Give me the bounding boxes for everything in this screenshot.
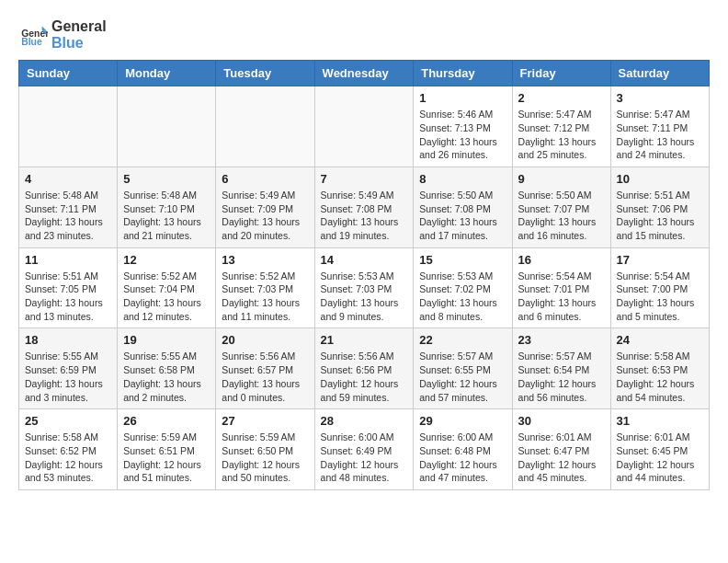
calendar-cell: 14Sunrise: 5:53 AM Sunset: 7:03 PM Dayli…: [314, 247, 414, 328]
day-info: Sunrise: 5:57 AM Sunset: 6:55 PM Dayligh…: [419, 350, 506, 404]
calendar-cell: 8Sunrise: 5:50 AM Sunset: 7:08 PM Daylig…: [414, 167, 512, 247]
calendar-cell: 20Sunrise: 5:56 AM Sunset: 6:57 PM Dayli…: [216, 328, 314, 409]
day-info: Sunrise: 5:53 AM Sunset: 7:03 PM Dayligh…: [321, 270, 408, 324]
calendar-week-2: 4Sunrise: 5:48 AM Sunset: 7:11 PM Daylig…: [19, 167, 710, 247]
day-number: 29: [419, 414, 506, 428]
calendar-cell: 19Sunrise: 5:55 AM Sunset: 6:58 PM Dayli…: [118, 328, 216, 409]
calendar-cell: [216, 86, 314, 167]
day-number: 21: [321, 333, 408, 347]
calendar-week-3: 11Sunrise: 5:51 AM Sunset: 7:05 PM Dayli…: [19, 247, 710, 328]
calendar-cell: 31Sunrise: 6:01 AM Sunset: 6:45 PM Dayli…: [610, 409, 709, 490]
day-info: Sunrise: 5:54 AM Sunset: 7:01 PM Dayligh…: [518, 270, 605, 324]
day-number: 31: [617, 414, 703, 428]
calendar-cell: 17Sunrise: 5:54 AM Sunset: 7:00 PM Dayli…: [610, 247, 709, 328]
header-thursday: Thursday: [414, 61, 512, 86]
day-number: 7: [321, 172, 408, 186]
day-info: Sunrise: 5:59 AM Sunset: 6:50 PM Dayligh…: [222, 431, 308, 485]
calendar-cell: 2Sunrise: 5:47 AM Sunset: 7:12 PM Daylig…: [512, 86, 610, 167]
day-number: 22: [419, 333, 506, 347]
day-number: 23: [518, 333, 605, 347]
svg-text:Blue: Blue: [21, 37, 42, 47]
calendar-cell: 18Sunrise: 5:55 AM Sunset: 6:59 PM Dayli…: [19, 328, 118, 409]
day-number: 9: [518, 172, 605, 186]
day-info: Sunrise: 5:48 AM Sunset: 7:11 PM Dayligh…: [25, 189, 111, 243]
day-info: Sunrise: 5:49 AM Sunset: 7:08 PM Dayligh…: [321, 189, 408, 243]
day-info: Sunrise: 5:50 AM Sunset: 7:07 PM Dayligh…: [518, 189, 605, 243]
day-number: 28: [321, 414, 408, 428]
day-info: Sunrise: 5:52 AM Sunset: 7:04 PM Dayligh…: [123, 270, 210, 324]
logo-text: General Blue: [51, 18, 107, 51]
calendar-week-5: 25Sunrise: 5:58 AM Sunset: 6:52 PM Dayli…: [19, 409, 710, 490]
day-number: 14: [321, 253, 408, 267]
calendar-cell: 27Sunrise: 5:59 AM Sunset: 6:50 PM Dayli…: [216, 409, 314, 490]
header-monday: Monday: [118, 61, 216, 86]
day-info: Sunrise: 5:47 AM Sunset: 7:11 PM Dayligh…: [617, 108, 703, 162]
calendar-cell: 1Sunrise: 5:46 AM Sunset: 7:13 PM Daylig…: [414, 86, 512, 167]
calendar-cell: 11Sunrise: 5:51 AM Sunset: 7:05 PM Dayli…: [19, 247, 118, 328]
calendar-cell: 5Sunrise: 5:48 AM Sunset: 7:10 PM Daylig…: [118, 167, 216, 247]
calendar-cell: 3Sunrise: 5:47 AM Sunset: 7:11 PM Daylig…: [610, 86, 709, 167]
calendar-cell: 26Sunrise: 5:59 AM Sunset: 6:51 PM Dayli…: [118, 409, 216, 490]
logo: General Blue General Blue: [18, 18, 107, 51]
day-number: 12: [123, 253, 210, 267]
calendar-cell: 30Sunrise: 6:01 AM Sunset: 6:47 PM Dayli…: [512, 409, 610, 490]
calendar-header-row: SundayMondayTuesdayWednesdayThursdayFrid…: [19, 61, 710, 86]
day-info: Sunrise: 5:46 AM Sunset: 7:13 PM Dayligh…: [419, 108, 506, 162]
calendar-cell: 7Sunrise: 5:49 AM Sunset: 7:08 PM Daylig…: [314, 167, 414, 247]
day-info: Sunrise: 5:55 AM Sunset: 6:58 PM Dayligh…: [123, 350, 210, 404]
day-number: 1: [419, 91, 506, 105]
day-number: 11: [25, 253, 111, 267]
calendar-cell: 23Sunrise: 5:57 AM Sunset: 6:54 PM Dayli…: [512, 328, 610, 409]
calendar-cell: 6Sunrise: 5:49 AM Sunset: 7:09 PM Daylig…: [216, 167, 314, 247]
day-number: 3: [617, 91, 703, 105]
day-info: Sunrise: 5:51 AM Sunset: 7:05 PM Dayligh…: [25, 270, 111, 324]
calendar-week-4: 18Sunrise: 5:55 AM Sunset: 6:59 PM Dayli…: [19, 328, 710, 409]
header-saturday: Saturday: [610, 61, 709, 86]
day-number: 19: [123, 333, 210, 347]
calendar-cell: 16Sunrise: 5:54 AM Sunset: 7:01 PM Dayli…: [512, 247, 610, 328]
header-sunday: Sunday: [19, 61, 118, 86]
calendar-cell: 28Sunrise: 6:00 AM Sunset: 6:49 PM Dayli…: [314, 409, 414, 490]
calendar-cell: 25Sunrise: 5:58 AM Sunset: 6:52 PM Dayli…: [19, 409, 118, 490]
day-info: Sunrise: 5:55 AM Sunset: 6:59 PM Dayligh…: [25, 350, 111, 404]
day-info: Sunrise: 5:50 AM Sunset: 7:08 PM Dayligh…: [419, 189, 506, 243]
calendar-cell: 13Sunrise: 5:52 AM Sunset: 7:03 PM Dayli…: [216, 247, 314, 328]
day-info: Sunrise: 5:54 AM Sunset: 7:00 PM Dayligh…: [617, 270, 703, 324]
day-info: Sunrise: 6:00 AM Sunset: 6:48 PM Dayligh…: [419, 431, 506, 485]
calendar-cell: 4Sunrise: 5:48 AM Sunset: 7:11 PM Daylig…: [19, 167, 118, 247]
calendar-cell: 12Sunrise: 5:52 AM Sunset: 7:04 PM Dayli…: [118, 247, 216, 328]
calendar-cell: 22Sunrise: 5:57 AM Sunset: 6:55 PM Dayli…: [414, 328, 512, 409]
day-info: Sunrise: 5:47 AM Sunset: 7:12 PM Dayligh…: [518, 108, 605, 162]
day-number: 8: [419, 172, 506, 186]
calendar-cell: [19, 86, 118, 167]
day-info: Sunrise: 6:01 AM Sunset: 6:47 PM Dayligh…: [518, 431, 605, 485]
calendar-cell: 24Sunrise: 5:58 AM Sunset: 6:53 PM Dayli…: [610, 328, 709, 409]
calendar-cell: [118, 86, 216, 167]
calendar-week-1: 1Sunrise: 5:46 AM Sunset: 7:13 PM Daylig…: [19, 86, 710, 167]
calendar-cell: 15Sunrise: 5:53 AM Sunset: 7:02 PM Dayli…: [414, 247, 512, 328]
day-info: Sunrise: 5:48 AM Sunset: 7:10 PM Dayligh…: [123, 189, 210, 243]
day-number: 15: [419, 253, 506, 267]
day-info: Sunrise: 5:53 AM Sunset: 7:02 PM Dayligh…: [419, 270, 506, 324]
day-info: Sunrise: 6:01 AM Sunset: 6:45 PM Dayligh…: [617, 431, 703, 485]
header-friday: Friday: [512, 61, 610, 86]
day-number: 16: [518, 253, 605, 267]
calendar: SundayMondayTuesdayWednesdayThursdayFrid…: [18, 60, 710, 490]
day-number: 30: [518, 414, 605, 428]
day-number: 26: [123, 414, 210, 428]
day-info: Sunrise: 5:56 AM Sunset: 6:56 PM Dayligh…: [321, 350, 408, 404]
day-number: 20: [222, 333, 308, 347]
calendar-cell: [314, 86, 414, 167]
page-header: General Blue General Blue: [18, 18, 710, 51]
day-info: Sunrise: 5:58 AM Sunset: 6:52 PM Dayligh…: [25, 431, 111, 485]
calendar-cell: 10Sunrise: 5:51 AM Sunset: 7:06 PM Dayli…: [610, 167, 709, 247]
day-number: 27: [222, 414, 308, 428]
day-number: 10: [617, 172, 703, 186]
day-info: Sunrise: 6:00 AM Sunset: 6:49 PM Dayligh…: [321, 431, 408, 485]
day-info: Sunrise: 5:56 AM Sunset: 6:57 PM Dayligh…: [222, 350, 308, 404]
calendar-cell: 29Sunrise: 6:00 AM Sunset: 6:48 PM Dayli…: [414, 409, 512, 490]
day-info: Sunrise: 5:49 AM Sunset: 7:09 PM Dayligh…: [222, 189, 308, 243]
day-number: 18: [25, 333, 111, 347]
day-number: 4: [25, 172, 111, 186]
header-wednesday: Wednesday: [314, 61, 414, 86]
